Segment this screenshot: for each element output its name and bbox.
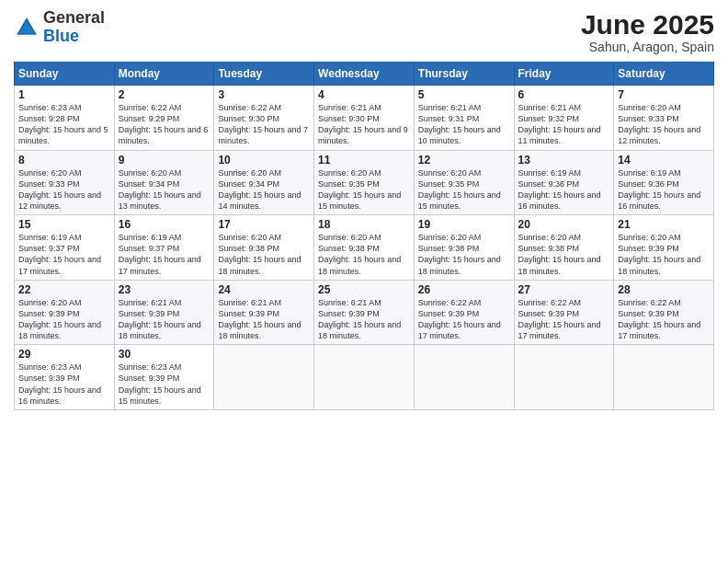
day-number: 7 [618, 88, 710, 101]
day-number: 11 [318, 154, 410, 167]
calendar-cell: 21Sunrise: 6:20 AMSunset: 9:39 PMDayligh… [614, 215, 714, 281]
day-number: 19 [418, 218, 510, 231]
day-number: 4 [318, 88, 410, 101]
day-number: 20 [518, 218, 610, 231]
day-number: 13 [518, 154, 610, 167]
day-info: Sunrise: 6:21 AMSunset: 9:30 PMDaylight:… [318, 102, 410, 147]
logo-icon [14, 15, 40, 40]
col-monday: Monday [114, 63, 214, 86]
calendar-cell [214, 345, 314, 410]
day-info: Sunrise: 6:22 AMSunset: 9:30 PMDaylight:… [218, 102, 310, 147]
day-info: Sunrise: 6:20 AMSunset: 9:35 PMDaylight:… [318, 167, 410, 213]
day-number: 15 [18, 218, 110, 231]
day-number: 16 [119, 218, 210, 231]
calendar-cell: 16Sunrise: 6:19 AMSunset: 9:37 PMDayligh… [114, 215, 214, 281]
logo: General Blue [14, 9, 105, 46]
day-number: 18 [318, 218, 410, 231]
calendar-cell: 24Sunrise: 6:21 AMSunset: 9:39 PMDayligh… [214, 280, 314, 345]
day-number: 12 [418, 154, 510, 167]
day-info: Sunrise: 6:21 AMSunset: 9:31 PMDaylight:… [418, 102, 510, 147]
calendar-cell [514, 345, 614, 410]
calendar-cell: 17Sunrise: 6:20 AMSunset: 9:38 PMDayligh… [214, 215, 314, 281]
col-tuesday: Tuesday [214, 63, 314, 86]
calendar-cell: 27Sunrise: 6:22 AMSunset: 9:39 PMDayligh… [514, 280, 614, 345]
calendar-cell: 13Sunrise: 6:19 AMSunset: 9:36 PMDayligh… [514, 150, 614, 215]
day-number: 22 [18, 283, 110, 296]
day-info: Sunrise: 6:23 AMSunset: 9:28 PMDaylight:… [18, 102, 110, 147]
calendar-cell: 9Sunrise: 6:20 AMSunset: 9:34 PMDaylight… [114, 150, 214, 215]
day-info: Sunrise: 6:19 AMSunset: 9:37 PMDaylight:… [18, 232, 110, 277]
calendar-cell: 23Sunrise: 6:21 AMSunset: 9:39 PMDayligh… [114, 280, 214, 345]
calendar-cell [414, 345, 514, 410]
day-info: Sunrise: 6:23 AMSunset: 9:39 PMDaylight:… [119, 362, 210, 407]
calendar-cell: 20Sunrise: 6:20 AMSunset: 9:38 PMDayligh… [514, 215, 614, 281]
calendar-cell: 15Sunrise: 6:19 AMSunset: 9:37 PMDayligh… [15, 215, 115, 281]
day-info: Sunrise: 6:19 AMSunset: 9:37 PMDaylight:… [119, 232, 210, 277]
page: General Blue June 2025 Sahun, Aragon, Sp… [0, 0, 728, 563]
calendar-week-5: 29Sunrise: 6:23 AMSunset: 9:39 PMDayligh… [15, 345, 714, 410]
day-info: Sunrise: 6:20 AMSunset: 9:39 PMDaylight:… [618, 232, 710, 277]
calendar-cell: 26Sunrise: 6:22 AMSunset: 9:39 PMDayligh… [414, 280, 514, 345]
col-thursday: Thursday [414, 63, 514, 86]
day-number: 23 [119, 283, 210, 296]
calendar-cell: 29Sunrise: 6:23 AMSunset: 9:39 PMDayligh… [15, 345, 115, 410]
day-number: 24 [218, 283, 310, 296]
calendar-table: Sunday Monday Tuesday Wednesday Thursday… [14, 62, 714, 410]
calendar-cell: 2Sunrise: 6:22 AMSunset: 9:29 PMDaylight… [114, 86, 214, 151]
calendar-title: June 2025 [581, 9, 714, 40]
calendar-cell: 11Sunrise: 6:20 AMSunset: 9:35 PMDayligh… [314, 150, 415, 215]
calendar-cell: 5Sunrise: 6:21 AMSunset: 9:31 PMDaylight… [414, 86, 514, 151]
calendar-cell: 25Sunrise: 6:21 AMSunset: 9:39 PMDayligh… [314, 280, 415, 345]
calendar-cell: 12Sunrise: 6:20 AMSunset: 9:35 PMDayligh… [414, 150, 514, 215]
day-info: Sunrise: 6:20 AMSunset: 9:38 PMDaylight:… [218, 232, 310, 277]
day-info: Sunrise: 6:20 AMSunset: 9:39 PMDaylight:… [18, 297, 110, 342]
calendar-cell: 10Sunrise: 6:20 AMSunset: 9:34 PMDayligh… [214, 150, 314, 215]
day-info: Sunrise: 6:20 AMSunset: 9:38 PMDaylight:… [518, 232, 610, 277]
day-number: 28 [618, 283, 710, 296]
logo-blue-text: Blue [43, 27, 79, 45]
day-info: Sunrise: 6:21 AMSunset: 9:39 PMDaylight:… [218, 297, 310, 342]
day-number: 9 [119, 154, 210, 167]
day-info: Sunrise: 6:22 AMSunset: 9:39 PMDaylight:… [518, 297, 610, 342]
calendar-cell: 1Sunrise: 6:23 AMSunset: 9:28 PMDaylight… [15, 86, 115, 151]
day-number: 2 [119, 88, 210, 101]
day-info: Sunrise: 6:22 AMSunset: 9:29 PMDaylight:… [119, 102, 210, 147]
calendar-cell: 19Sunrise: 6:20 AMSunset: 9:38 PMDayligh… [414, 215, 514, 281]
day-number: 14 [618, 154, 710, 167]
day-number: 1 [18, 88, 110, 101]
day-number: 25 [318, 283, 410, 296]
day-number: 17 [218, 218, 310, 231]
calendar-subtitle: Sahun, Aragon, Spain [581, 40, 714, 54]
calendar-week-3: 15Sunrise: 6:19 AMSunset: 9:37 PMDayligh… [15, 215, 714, 281]
col-friday: Friday [514, 63, 614, 86]
day-info: Sunrise: 6:20 AMSunset: 9:34 PMDaylight:… [119, 167, 210, 213]
day-number: 10 [218, 154, 310, 167]
calendar-cell: 4Sunrise: 6:21 AMSunset: 9:30 PMDaylight… [314, 86, 415, 151]
calendar-cell: 3Sunrise: 6:22 AMSunset: 9:30 PMDaylight… [214, 86, 314, 151]
calendar-cell: 22Sunrise: 6:20 AMSunset: 9:39 PMDayligh… [15, 280, 115, 345]
day-number: 29 [18, 348, 110, 361]
col-saturday: Saturday [614, 63, 714, 86]
day-number: 27 [518, 283, 610, 296]
day-number: 8 [18, 154, 110, 167]
day-info: Sunrise: 6:19 AMSunset: 9:36 PMDaylight:… [618, 167, 710, 213]
day-info: Sunrise: 6:20 AMSunset: 9:35 PMDaylight:… [418, 167, 510, 213]
title-block: June 2025 Sahun, Aragon, Spain [581, 9, 714, 54]
day-info: Sunrise: 6:20 AMSunset: 9:33 PMDaylight:… [618, 102, 710, 147]
day-number: 21 [618, 218, 710, 231]
calendar-cell [314, 345, 415, 410]
header: General Blue June 2025 Sahun, Aragon, Sp… [14, 9, 714, 54]
col-sunday: Sunday [15, 63, 115, 86]
day-info: Sunrise: 6:23 AMSunset: 9:39 PMDaylight:… [18, 362, 110, 407]
day-number: 5 [418, 88, 510, 101]
calendar-cell: 18Sunrise: 6:20 AMSunset: 9:38 PMDayligh… [314, 215, 415, 281]
day-number: 30 [119, 348, 210, 361]
day-info: Sunrise: 6:20 AMSunset: 9:38 PMDaylight:… [418, 232, 510, 277]
calendar-week-1: 1Sunrise: 6:23 AMSunset: 9:28 PMDaylight… [15, 86, 714, 151]
calendar-cell: 8Sunrise: 6:20 AMSunset: 9:33 PMDaylight… [15, 150, 115, 215]
day-number: 3 [218, 88, 310, 101]
day-info: Sunrise: 6:22 AMSunset: 9:39 PMDaylight:… [618, 297, 710, 342]
day-info: Sunrise: 6:20 AMSunset: 9:34 PMDaylight:… [218, 167, 310, 213]
day-number: 6 [518, 88, 610, 101]
day-info: Sunrise: 6:21 AMSunset: 9:39 PMDaylight:… [119, 297, 210, 342]
